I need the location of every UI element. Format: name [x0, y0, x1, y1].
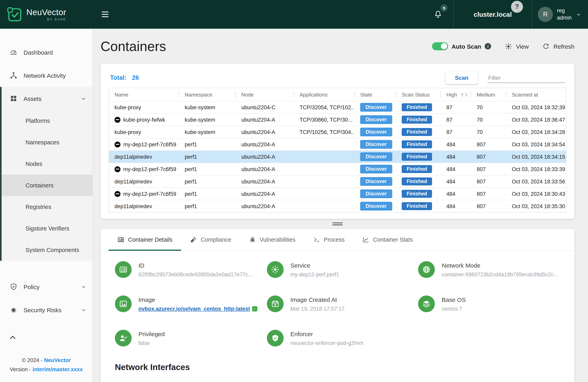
column-header-scanned-at[interactable]: Scanned at [506, 88, 566, 101]
sidebar-item-nodes[interactable]: Nodes [1, 153, 93, 175]
cell-name: dep11alpinedev [109, 179, 179, 184]
container-name: my-dep12-perf-7c6f59 [123, 166, 176, 172]
cell-state: Discover [355, 128, 396, 136]
column-header-label: State [360, 92, 372, 98]
cell-scan-status: Finished [396, 165, 441, 173]
sidebar-item-registries[interactable]: Registries [1, 196, 93, 218]
column-header-state[interactable]: State [355, 88, 396, 101]
table-row[interactable]: kube-proxykube-systemubuntu2204-CTCP/320… [109, 101, 566, 113]
container-name: dep11alpinedev [114, 154, 152, 160]
image-link[interactable]: nvbox.azurecr.io/selvam_centos_http:late… [138, 306, 250, 312]
cell-node: ubuntu2204-A [236, 179, 294, 184]
cell-high: 484 [441, 203, 471, 209]
version-link[interactable]: interim/master.xxxx [33, 366, 83, 372]
cell-namespace: kube-system [179, 129, 236, 135]
field-id: ID62f0fbc29573eb08cede93955da2e0ad17e77c… [115, 261, 257, 278]
sidebar-item-dashboard[interactable]: Dashboard [0, 41, 93, 64]
state-button[interactable]: Discover [360, 165, 392, 173]
cell-state: Discover [355, 103, 396, 112]
cell-high: 484 [441, 154, 471, 160]
cell-state: Discover [355, 189, 396, 198]
cell-text: Oct 03, 2024 18:35:30 [512, 203, 565, 209]
container-name: dep11alpinedev [114, 203, 152, 209]
sidebar-item-containers[interactable]: Containers [1, 175, 93, 196]
help-button[interactable]: ? [511, 1, 523, 13]
field-value: Mar 19, 2018 17:57:17 [290, 306, 345, 312]
neuvector-link[interactable]: NeuVector [44, 358, 71, 363]
cell-high: 87 [441, 104, 471, 110]
sidebar-item-platforms[interactable]: Platforms [1, 110, 93, 132]
brand-subtitle: BY SUSE [26, 17, 66, 21]
cell-scan-status: Finished [396, 116, 441, 124]
cell-scan-status: Finished [396, 190, 441, 198]
header-actions: 9 cluster.local R reg admin [423, 0, 588, 29]
table-row[interactable]: dep11alpinedevperf1ubuntu2204-ADiscoverF… [109, 200, 566, 212]
info-icon[interactable]: i [485, 43, 491, 49]
state-button[interactable]: Discover [360, 128, 392, 136]
cell-text: 484 [446, 179, 455, 184]
table-row[interactable]: kube-proxykube-systemubuntu2204-ATCP/102… [109, 126, 566, 138]
person-icon [115, 330, 132, 347]
filter-input[interactable] [487, 73, 565, 83]
tab-process[interactable]: Process [304, 229, 354, 251]
state-button[interactable]: Discover [360, 140, 392, 149]
state-button[interactable]: Discover [360, 202, 392, 211]
cell-text: 807 [477, 179, 486, 184]
state-button[interactable]: Discover [360, 103, 392, 112]
column-header-node[interactable]: Node [236, 88, 294, 101]
user-menu[interactable]: R reg admin [532, 0, 588, 29]
view-label: View [516, 43, 529, 50]
auto-scan-toggle[interactable] [432, 42, 448, 50]
cell-scanned-at: Oct 03, 2024 18:30:43 [506, 191, 566, 197]
field-value: container:6980723b2cd4a19b795ecdc99d5c2c… [442, 272, 558, 278]
sidebar-item-system-components[interactable]: System Components [1, 239, 93, 261]
notifications-button[interactable]: 9 [423, 0, 453, 29]
cell-medium: 807 [471, 179, 506, 184]
state-button[interactable]: Discover [360, 177, 392, 186]
tab-container-stats[interactable]: Container Stats [354, 229, 422, 251]
cell-applications: TCP/30860, TCP/30... [294, 117, 355, 123]
tab-vulnerabilities[interactable]: Vulnerabilities [240, 229, 304, 251]
cell-scan-status: Finished [396, 178, 441, 185]
field-label: Image [138, 296, 257, 303]
sidebar-footer: © 2024 - NeuVector Version - interim/mas… [0, 350, 93, 382]
column-header-scan-status[interactable]: Scan Status [396, 88, 441, 101]
view-button[interactable]: View [505, 42, 529, 50]
field-enforcer: Enforcerneuvector-enforcer-pod-g2hrm [267, 330, 409, 347]
column-header-namespace[interactable]: Namespace [179, 88, 236, 101]
sidebar-item-security-risks[interactable]: Security Risks [0, 298, 93, 322]
table-row[interactable]: my-dep12-perf-7c6f59perf1ubuntu2204-ADis… [109, 163, 566, 175]
sidebar-item-namespaces[interactable]: Namespaces [1, 132, 93, 153]
state-button[interactable]: Discover [360, 189, 392, 198]
scan-button[interactable]: Scan [445, 71, 478, 84]
cell-scanned-at: Oct 03, 2024 18:34:15 [506, 154, 566, 160]
panel-resize-handle[interactable] [332, 222, 343, 225]
table-row[interactable]: dep11alpinedevperf1ubuntu2204-ADiscoverF… [109, 175, 566, 187]
field-image-created-at: Image Created AtMar 19, 2018 17:57:17 [267, 296, 409, 312]
column-header-applications[interactable]: Applications [294, 88, 355, 101]
sidebar-item-policy[interactable]: Policy [0, 275, 93, 298]
sidebar-item-assets[interactable]: Assets [1, 87, 93, 110]
table-row[interactable]: my-dep12-perf-7c6f59perf1ubuntu2204-ADis… [109, 138, 566, 150]
column-header-medium[interactable]: Medium [471, 88, 506, 101]
table-row[interactable]: kube-proxy-fwfwkkube-systemubuntu2204-AT… [109, 113, 566, 126]
table-row[interactable]: dep11alpinedevperf1ubuntu2204-ADiscoverF… [109, 150, 566, 163]
refresh-button[interactable]: Refresh [542, 42, 574, 50]
menu-button[interactable] [99, 9, 111, 19]
container-details-card: Container DetailsComplianceVulnerabiliti… [101, 229, 574, 382]
state-button[interactable]: Discover [360, 152, 392, 161]
column-header-name[interactable]: Name [109, 88, 179, 101]
cell-node: ubuntu2204-C [236, 104, 294, 110]
details-tabs: Container DetailsComplianceVulnerabiliti… [101, 229, 574, 251]
column-header-label: High [446, 92, 457, 98]
tab-container-details[interactable]: Container Details [108, 229, 181, 251]
scan-status-badge: Finished [402, 140, 432, 148]
state-button[interactable]: Discover [360, 115, 392, 124]
sidebar-item-network-activity[interactable]: Network Activity [0, 64, 93, 87]
tab-compliance[interactable]: Compliance [181, 229, 240, 251]
sidebar-item-label: Network Activity [23, 72, 66, 79]
sidebar-item-sigstore-verifiers[interactable]: Sigstore Verifiers [1, 218, 93, 239]
cell-text: TCP/30860, TCP/30... [300, 117, 353, 123]
column-header-high[interactable]: High1 [441, 88, 471, 101]
table-row[interactable]: my-dep12-perf-7c6f59perf1ubuntu2204-ADis… [109, 187, 566, 200]
